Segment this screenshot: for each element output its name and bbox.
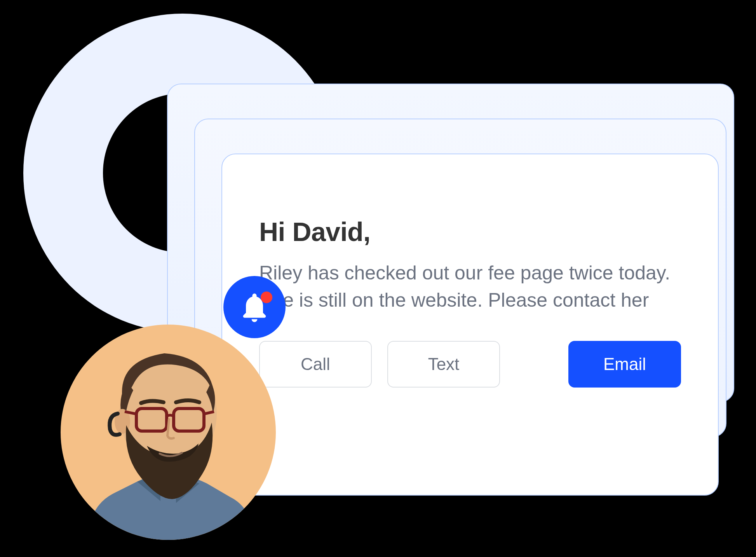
notification-message: Riley has checked out our fee page twice… — [259, 259, 681, 314]
notification-badge[interactable] — [223, 276, 286, 338]
notification-dot — [261, 292, 272, 303]
avatar — [61, 325, 276, 540]
notification-greeting: Hi David, — [259, 217, 681, 247]
email-button[interactable]: Email — [568, 341, 681, 388]
call-button[interactable]: Call — [259, 341, 372, 388]
action-button-row: Call Text Email — [259, 341, 681, 388]
notification-card: Hi David, Riley has checked out our fee … — [221, 154, 719, 496]
text-button[interactable]: Text — [387, 341, 500, 388]
avatar-container — [61, 325, 276, 540]
